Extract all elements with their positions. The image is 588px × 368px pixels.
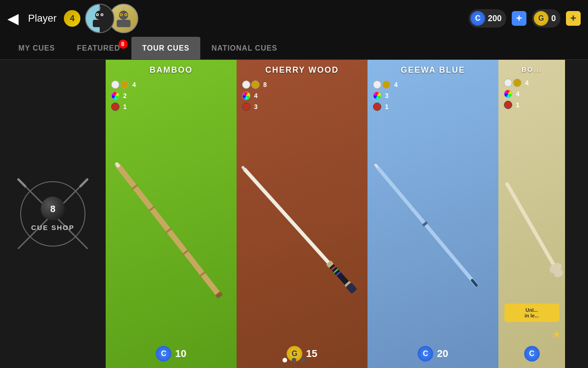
svg-rect-1: [93, 20, 107, 27]
featured-badge: 8: [119, 40, 128, 49]
bamboo-stats: 4 2 1: [106, 79, 237, 113]
stat-value: 1: [123, 103, 127, 110]
svg-rect-9: [117, 20, 130, 27]
player-name: Player: [28, 12, 57, 24]
cue-shop-label: 8 CUE SHOP: [31, 197, 74, 231]
cherry-price: G 15: [237, 341, 368, 368]
eight-ball-icon: 8: [41, 197, 65, 221]
bamboo-cue-svg: [109, 135, 233, 319]
stat-row: 4: [111, 80, 231, 89]
gold-currency: G 0: [532, 9, 560, 28]
cherry-cue-svg: [240, 135, 364, 319]
robot2-icon: [112, 7, 135, 30]
stat-row: 1: [373, 103, 493, 111]
stat-value: 3: [385, 92, 389, 99]
stat-icon-yellow: [251, 80, 260, 89]
cue-shop-text: CUE SHOP: [31, 224, 74, 231]
bamboo-title: BAMBOO: [106, 60, 237, 79]
price-value: 15: [306, 348, 317, 360]
stat-icon-rainbow: [504, 90, 512, 98]
svg-point-15: [123, 7, 124, 9]
back-button[interactable]: ◀: [7, 10, 19, 27]
bamboo-cue-image: [106, 113, 237, 341]
cards-area: BAMBOO 4 2 1: [106, 60, 588, 368]
avatar-player1[interactable]: [85, 4, 114, 33]
stat-row: 4: [504, 79, 560, 87]
svg-line-18: [18, 179, 25, 186]
avatar-group: [85, 4, 138, 33]
cherry-title: CHERRY WOOD: [237, 60, 368, 79]
bone-price: C: [498, 341, 565, 368]
stat-icon-yellow: [513, 79, 521, 87]
cue-card-bamboo[interactable]: BAMBOO 4 2 1: [106, 60, 237, 368]
tab-national-cues[interactable]: NATIONAL CUES: [200, 37, 288, 59]
robot1-icon: [88, 7, 111, 30]
cue-card-cherry[interactable]: CHERRY WOOD 8 4 3: [237, 60, 368, 368]
stat-icon-red: [373, 103, 381, 111]
stat-icon-white: [504, 79, 512, 87]
stat-row: 4: [242, 92, 362, 100]
tab-featured[interactable]: FEATURED 8: [66, 37, 131, 59]
price-value: 20: [437, 348, 448, 360]
stat-row: 4: [373, 80, 493, 89]
cue-card-bone[interactable]: BO... 4 4 1: [498, 60, 565, 368]
pagination-dot-1[interactable]: [283, 358, 287, 362]
price-chips-icon: C: [156, 346, 171, 362]
unlock-badge: Unl...in le...: [504, 304, 560, 322]
pagination-dot-2[interactable]: [292, 358, 296, 362]
stat-icon-red: [111, 103, 119, 111]
level-badge: 4: [64, 10, 80, 27]
geewa-stats: 4 3 1: [368, 79, 498, 113]
svg-rect-38: [375, 165, 479, 288]
stat-icon-white: [242, 80, 250, 89]
stat-value: 4: [132, 81, 136, 88]
geewa-cue-svg: [371, 135, 495, 319]
svg-point-4: [97, 14, 98, 16]
cue-card-geewa[interactable]: GEEWA BLUE 4 3 1: [368, 60, 498, 368]
geewa-cue-image: [368, 113, 498, 341]
stat-row: 1: [111, 103, 231, 111]
currency-group: C 200 + G 0 +: [469, 9, 581, 28]
sidebar: 8 CUE SHOP: [0, 60, 106, 368]
stat-value: 3: [254, 103, 258, 110]
add-gold-button[interactable]: +: [566, 11, 581, 26]
stat-icon-red: [242, 103, 250, 111]
cherry-cue-image: [237, 113, 368, 341]
geewa-title: GEEWA BLUE: [368, 60, 498, 79]
price-chips-icon: C: [524, 346, 540, 362]
stat-row: 2: [111, 92, 231, 100]
stat-row: 4: [504, 90, 560, 98]
add-chips-button[interactable]: +: [512, 11, 526, 26]
stat-icon-white: [111, 80, 119, 89]
chips-currency: C 200: [469, 9, 506, 28]
cue-shop-emblem: 8 CUE SHOP: [9, 170, 96, 258]
svg-point-7: [99, 7, 101, 9]
svg-point-12: [121, 14, 122, 16]
stat-value: 4: [254, 92, 258, 99]
stat-icon-white: [373, 80, 381, 89]
stat-row: 1: [504, 101, 560, 109]
pagination-dot-3[interactable]: [301, 358, 305, 362]
chips-icon: C: [470, 11, 485, 26]
gold-icon: G: [534, 11, 548, 26]
svg-point-13: [125, 14, 127, 16]
svg-rect-29: [242, 167, 337, 272]
stat-row: 3: [373, 92, 493, 100]
star-icon: ★: [552, 328, 561, 340]
stat-icon-rainbow: [373, 92, 381, 100]
price-chips-icon: C: [418, 346, 433, 362]
chips-value: 200: [488, 14, 502, 23]
stat-icon-yellow: [120, 80, 129, 89]
stat-value: 1: [516, 101, 520, 109]
tab-my-cues[interactable]: MY CUES: [7, 37, 66, 59]
bone-stats: 4 4 1: [498, 77, 565, 111]
tab-tour-cues[interactable]: TOUR CUES: [131, 37, 201, 59]
price-value: 10: [175, 348, 186, 360]
stat-value: 8: [263, 81, 267, 88]
stat-icon-red: [504, 101, 512, 109]
svg-rect-42: [505, 181, 559, 271]
svg-rect-39: [470, 278, 478, 287]
stat-value: 4: [394, 81, 398, 88]
geewa-price: C 20: [368, 341, 498, 368]
stat-row: 8: [242, 80, 362, 89]
